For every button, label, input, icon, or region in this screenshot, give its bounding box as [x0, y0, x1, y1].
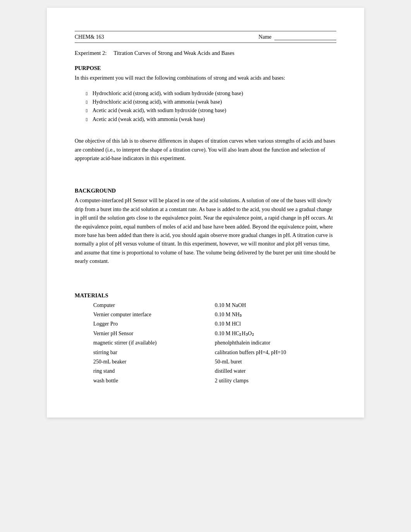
- materials-grid: Computer Vernier computer interface Logg…: [75, 301, 336, 385]
- list-item: 50-mL buret: [215, 358, 336, 366]
- course-code: CHEM& 163: [75, 34, 104, 40]
- background-heading: BACKGROUND: [75, 188, 336, 194]
- name-label: Name: [259, 34, 271, 40]
- materials-right-column: 0.10 M NaOH 0.10 M NH₃ 0.10 M HCl 0.10 M…: [215, 301, 336, 385]
- list-item: Computer: [93, 301, 215, 310]
- materials-section: MATERIALS Computer Vernier computer inte…: [75, 292, 336, 385]
- name-line: [274, 34, 336, 40]
- list-item: ring stand: [93, 367, 215, 375]
- header-row: CHEM& 163 Name: [75, 31, 336, 43]
- list-item: 0.10 M HCl: [215, 320, 336, 328]
- list-item: 2 utility clamps: [215, 377, 336, 385]
- experiment-number: Experiment 2:: [75, 50, 107, 56]
- background-paragraph: A computer-interfaced pH Sensor will be …: [75, 196, 336, 266]
- list-item: 250-mL beaker: [93, 358, 215, 366]
- experiment-title: Experiment 2: Titration Curves of Strong…: [75, 50, 336, 56]
- purpose-intro: In this experiment you will react the fo…: [75, 74, 336, 82]
- list-item: calibration buffers pH=4, pH=10: [215, 348, 336, 357]
- page: CHEM& 163 Name Experiment 2: Titration C…: [47, 8, 364, 418]
- materials-heading: MATERIALS: [75, 292, 336, 299]
- experiment-title-text: Titration Curves of Strong and Weak Acid…: [113, 50, 234, 56]
- list-item: Vernier pH Sensor: [93, 329, 215, 338]
- list-item: wash bottle: [93, 377, 215, 385]
- list-item: phenolphthalein indicator: [215, 339, 336, 347]
- list-item: Hydrochloric acid (strong acid), with so…: [86, 89, 336, 98]
- list-item: Acetic acid (weak acid), with ammonia (w…: [86, 115, 336, 124]
- name-field: Name: [259, 34, 336, 40]
- list-item: Logger Pro: [93, 320, 215, 328]
- list-item: distilled water: [215, 367, 336, 375]
- purpose-bullet-list: Hydrochloric acid (strong acid), with so…: [86, 89, 336, 124]
- list-item: 0.10 M HC₂H₃O₂: [215, 329, 336, 338]
- list-item: stirring bar: [93, 348, 215, 357]
- list-item: 0.10 M NH₃: [215, 310, 336, 319]
- list-item: Vernier computer interface: [93, 310, 215, 319]
- purpose-heading: PURPOSE: [75, 65, 336, 72]
- purpose-paragraph: One objective of this lab is to observe …: [75, 137, 336, 163]
- list-item: magnetic stirrer (if available): [93, 339, 215, 347]
- list-item: Hydrochloric acid (strong acid), with am…: [86, 98, 336, 106]
- list-item: Acetic acid (weak acid), with sodium hyd…: [86, 106, 336, 115]
- materials-left-column: Computer Vernier computer interface Logg…: [93, 301, 215, 385]
- list-item: 0.10 M NaOH: [215, 301, 336, 310]
